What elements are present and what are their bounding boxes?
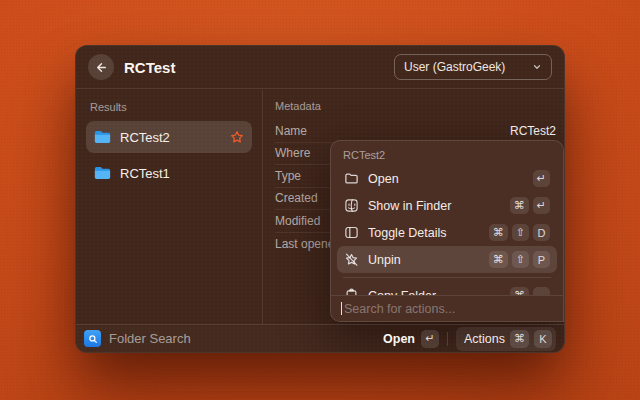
key-badge: K (534, 330, 552, 348)
key-badge: ⇧ (512, 251, 529, 268)
finder-icon (344, 198, 359, 213)
key-badge: ⌘ (489, 251, 508, 268)
folder-icon (94, 130, 111, 144)
app-window: RCTest User (GastroGeek) Results RCTest2 (75, 45, 565, 353)
results-panel: Results RCTest2 RCTest1 (76, 90, 263, 324)
list-item-rctest1[interactable]: RCTest1 (86, 157, 252, 189)
key-badge: ⌘ (489, 224, 508, 241)
star-slash-icon (344, 252, 359, 267)
action-search (331, 295, 563, 321)
action-search-input[interactable] (344, 302, 553, 316)
results-header: Results (90, 101, 248, 113)
menu-item-unpin[interactable]: Unpin ⌘ ⇧ P (337, 246, 557, 273)
metadata-label: Name (275, 124, 307, 138)
metadata-label: Type (275, 169, 301, 183)
key-badge: ↵ (533, 170, 550, 187)
account-dropdown-value: User (GastroGeek) (404, 60, 505, 74)
sidebar-icon (344, 225, 359, 240)
actions-button[interactable]: Actions ⌘ K (456, 327, 556, 351)
menu-item-label: Open (368, 172, 524, 186)
menu-item-label: Show in Finder (368, 199, 501, 213)
chevron-down-icon (532, 62, 542, 72)
metadata-label: Where (275, 146, 310, 160)
key-badge: ⇧ (512, 224, 529, 241)
metadata-value: RCTest2 (510, 124, 556, 138)
key-badge: ↵ (421, 330, 439, 348)
key-badge: D (533, 224, 550, 241)
metadata-header: Metadata (275, 100, 552, 112)
metadata-label: Modified (275, 214, 320, 228)
menu-item-toggle-details[interactable]: Toggle Details ⌘ ⇧ D (337, 219, 557, 246)
open-action-label: Open (383, 332, 415, 346)
menu-item-label: Toggle Details (368, 226, 480, 240)
action-menu-title: RCTest2 (331, 141, 563, 165)
page-title: RCTest (124, 59, 175, 76)
arrow-left-icon (95, 61, 108, 74)
search-icon (84, 330, 101, 347)
back-button[interactable] (88, 54, 114, 80)
action-menu: RCTest2 Open ↵ Show in Finder ⌘ ↵ (330, 140, 564, 322)
footer-bar: Folder Search Open ↵ Actions ⌘ K (76, 324, 564, 352)
menu-item-open[interactable]: Open ↵ (337, 165, 557, 192)
folder-outline-icon (344, 171, 359, 186)
menu-divider (343, 277, 551, 278)
desktop-background: { "window": { "title": "RCTest", "accoun… (0, 0, 640, 400)
key-badge: ⌘ (510, 330, 529, 348)
key-badge: P (533, 251, 550, 268)
key-badge: ↵ (533, 197, 550, 214)
list-item-label: RCTest2 (120, 130, 170, 145)
folder-icon (94, 166, 111, 180)
window-header: RCTest User (GastroGeek) (76, 46, 564, 89)
key-badge: ⌘ (510, 197, 529, 214)
account-dropdown[interactable]: User (GastroGeek) (394, 54, 552, 80)
actions-button-label: Actions (464, 332, 505, 346)
open-action-button[interactable]: Open ↵ (383, 330, 439, 348)
command-name: Folder Search (109, 331, 191, 346)
list-item-rctest2[interactable]: RCTest2 (86, 121, 252, 153)
menu-item-label: Unpin (368, 253, 480, 267)
text-cursor (341, 302, 342, 315)
pin-star-icon (230, 130, 244, 144)
footer-divider (447, 332, 448, 346)
metadata-label: Created (275, 191, 318, 205)
list-item-label: RCTest1 (120, 166, 170, 181)
menu-item-show-in-finder[interactable]: Show in Finder ⌘ ↵ (337, 192, 557, 219)
